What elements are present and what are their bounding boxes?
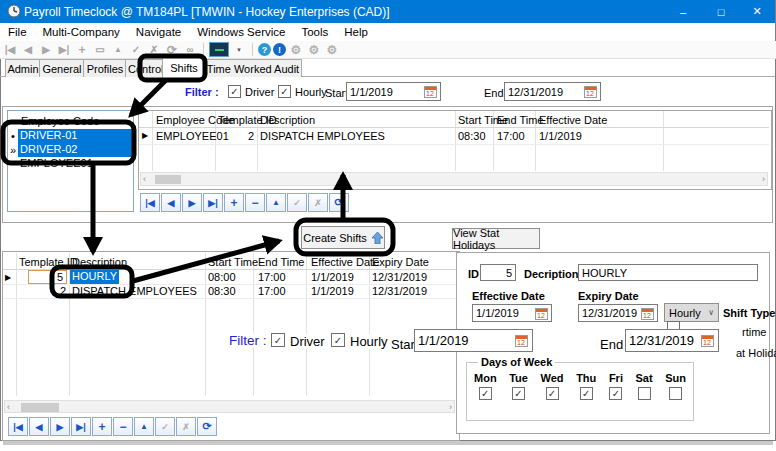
nav-edit-button[interactable]: ▲ (134, 417, 154, 436)
overlay-driver-checkbox[interactable] (271, 333, 285, 347)
link-icon[interactable]: ∞ (182, 42, 198, 57)
nav-prev-button[interactable]: ◀ (29, 417, 49, 436)
hourly-filter-checkbox[interactable] (278, 85, 291, 98)
tab-time-worked-audit[interactable]: Time Worked Audit (204, 59, 302, 77)
scroll-right-icon[interactable]: › (449, 402, 452, 412)
day-checkbox-wed[interactable] (546, 387, 559, 400)
table-cell-selected[interactable]: HOURLY (70, 270, 119, 284)
scrollbar-thumb[interactable] (155, 175, 181, 184)
table-cell[interactable]: 08:30 (458, 130, 486, 142)
calendar-icon[interactable] (535, 308, 548, 320)
gear-icon[interactable]: ⚙ (324, 42, 340, 57)
nav-next-button[interactable]: ▶ (182, 193, 202, 212)
column-header[interactable]: Effective Date (539, 114, 607, 126)
menu-help[interactable]: Help (336, 26, 376, 38)
effective-date-input[interactable]: 1/1/2019 (472, 304, 552, 322)
first-record-icon[interactable]: |◀ (2, 42, 18, 57)
column-header[interactable]: Effective Date (311, 256, 379, 268)
id-input[interactable]: 5 (480, 264, 516, 281)
nav-insert-button[interactable]: + (224, 193, 244, 212)
day-checkbox-sun[interactable] (669, 387, 682, 400)
list-item[interactable]: EMPLOYEE01 (18, 157, 132, 171)
table-cell[interactable]: DISPATCH EMPLOYEES (72, 285, 197, 297)
nav-prev-button[interactable]: ◀ (161, 193, 181, 212)
last-record-icon[interactable]: ▶| (56, 42, 72, 57)
day-checkbox-mon[interactable] (479, 387, 492, 400)
nav-last-button[interactable]: ▶| (203, 193, 223, 212)
horizontal-scrollbar[interactable]: ‹ › (140, 172, 768, 186)
prev-record-icon[interactable]: ◀ (20, 42, 36, 57)
refresh-icon[interactable]: ⟳ (164, 42, 180, 57)
accept-icon[interactable]: ✓ (128, 42, 144, 57)
nav-cancel-button[interactable]: ✗ (308, 193, 328, 212)
table-cell[interactable]: 12/31/2019 (372, 271, 427, 283)
table-cell[interactable]: 1/1/2019 (311, 285, 354, 297)
calendar-icon[interactable] (701, 335, 714, 347)
tab-shifts[interactable]: Shifts (162, 56, 206, 78)
add-record-icon[interactable]: + (74, 42, 90, 57)
nav-refresh-button[interactable]: ⟳ (329, 193, 349, 212)
start-date-input[interactable]: 1/1/2019 (346, 82, 441, 101)
description-input[interactable]: HOURLY (578, 264, 758, 281)
nav-delete-button[interactable]: − (245, 193, 265, 212)
create-shifts-button[interactable]: Create Shifts (301, 226, 385, 249)
calendar-icon[interactable] (584, 86, 597, 98)
column-header[interactable]: Description (72, 256, 127, 268)
scrollbar-thumb[interactable] (21, 403, 59, 412)
overlay-hourly-checkbox[interactable] (331, 333, 345, 347)
info-icon[interactable]: ! (273, 43, 286, 56)
column-header[interactable]: Description (260, 114, 315, 126)
calendar-icon[interactable] (641, 308, 654, 320)
table-cell[interactable]: 1/1/2019 (539, 130, 582, 142)
end-date-input[interactable]: 12/31/2019 (504, 82, 601, 101)
column-header[interactable]: End Time (258, 256, 304, 268)
table-cell[interactable]: DISPATCH EMPLOYEES (260, 130, 385, 142)
nav-first-button[interactable]: |◀ (140, 193, 160, 212)
scroll-left-icon[interactable]: ‹ (143, 174, 146, 184)
table-cell[interactable]: 1/1/2019 (311, 271, 354, 283)
maximize-button[interactable]: □ (704, 0, 738, 23)
shift-type-dropdown[interactable]: Hourly ∨ (664, 303, 719, 322)
calendar-icon[interactable] (515, 335, 528, 347)
menu-navigate[interactable]: Navigate (128, 26, 189, 38)
table-cell[interactable]: 17:00 (497, 130, 525, 142)
scroll-left-icon[interactable]: ‹ (7, 402, 10, 412)
day-checkbox-tue[interactable] (512, 387, 525, 400)
view-stat-holidays-button[interactable]: View Stat Holidays (452, 228, 540, 249)
nav-refresh-button[interactable]: ⟳ (197, 417, 217, 436)
day-checkbox-fri[interactable] (609, 387, 622, 400)
table-cell[interactable]: 2 (30, 285, 66, 297)
console-icon[interactable] (209, 42, 229, 57)
nav-insert-button[interactable]: + (92, 417, 112, 436)
menu-multi-company[interactable]: Multi-Company (35, 26, 128, 38)
table-cell[interactable]: 17:00 (258, 271, 286, 283)
scroll-right-icon[interactable]: › (762, 174, 765, 184)
table-cell[interactable]: 5 (28, 270, 67, 284)
column-header[interactable]: Template ID (19, 256, 78, 268)
overlay-start-input[interactable]: 1/1/2019 (414, 329, 533, 352)
nav-post-button[interactable]: ✓ (287, 193, 307, 212)
column-header[interactable]: Expiry Date (372, 256, 429, 268)
console-dropdown-caret-icon[interactable]: ▼ (231, 42, 247, 57)
nav-delete-button[interactable]: − (113, 417, 133, 436)
nav-first-button[interactable]: |◀ (8, 417, 28, 436)
driver-filter-checkbox[interactable] (228, 85, 241, 98)
edit-record-icon[interactable]: ▭ (92, 42, 108, 57)
menu-tools[interactable]: Tools (293, 26, 336, 38)
menu-file[interactable]: File (0, 26, 35, 38)
gear-icon[interactable]: ⚙ (306, 42, 322, 57)
table-cell[interactable]: 2 (198, 130, 254, 142)
tab-general[interactable]: General (39, 59, 85, 77)
overlay-end-input[interactable]: 12/31/2019 (625, 329, 719, 352)
list-item[interactable]: DRIVER-02 (18, 143, 132, 157)
day-checkbox-sat[interactable] (638, 387, 651, 400)
column-header[interactable]: End Time (497, 114, 543, 126)
list-item[interactable]: DRIVER-01 (18, 129, 132, 143)
menu-windows-service[interactable]: Windows Service (189, 26, 293, 38)
close-button[interactable]: ✕ (740, 0, 774, 23)
calendar-icon[interactable] (424, 86, 437, 98)
nav-last-button[interactable]: ▶| (71, 417, 91, 436)
up-icon[interactable]: ▲ (110, 42, 126, 57)
nav-cancel-button[interactable]: ✗ (176, 417, 196, 436)
day-checkbox-thu[interactable] (580, 387, 593, 400)
